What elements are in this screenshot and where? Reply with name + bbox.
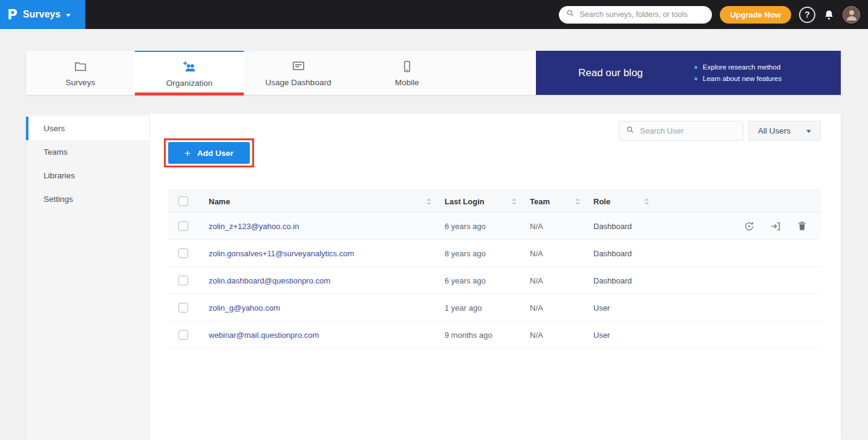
role-cell: User [593, 303, 662, 312]
organization-panel: Users Teams Libraries Settings All Users… [26, 114, 841, 440]
tab-mobile[interactable]: Mobile [353, 51, 462, 95]
sidebar-item-libraries[interactable]: Libraries [26, 164, 149, 187]
table-row: webinar@mail.questionpro.com 9 months ag… [168, 322, 821, 349]
users-table-body: zolin_z+123@yahoo.co.in 6 years ago N/A … [168, 213, 821, 349]
column-label: Team [530, 197, 550, 206]
global-search-input[interactable] [579, 10, 705, 19]
upgrade-now-button[interactable]: Upgrade Now [720, 6, 791, 24]
tabs: Surveys Organization Usage Dashboard Mob… [26, 51, 536, 95]
team-cell: N/A [530, 276, 593, 285]
login-as-user-icon[interactable] [743, 221, 755, 232]
row-checkbox-cell [168, 248, 198, 258]
search-icon [566, 9, 575, 20]
user-email-link[interactable]: zolin.gonsalves+11@surveyanalytics.com [198, 249, 445, 258]
row-checkbox-cell [168, 276, 198, 285]
user-email-link[interactable]: webinar@mail.questionpro.com [198, 331, 445, 340]
bullet-dot-icon [694, 66, 697, 69]
delete-icon[interactable] [797, 221, 808, 232]
sidebar-item-teams[interactable]: Teams [26, 140, 149, 164]
user-email-link[interactable]: zolin_g@yahoo.com [198, 303, 445, 312]
sidebar-item-label: Libraries [44, 171, 75, 180]
last-login-cell: 6 years ago [445, 222, 530, 231]
blog-bullet: Learn about new features [694, 75, 782, 82]
add-user-area: + Add User [168, 142, 250, 164]
tab-label: Organization [166, 79, 213, 88]
sidebar-item-users[interactable]: Users [26, 117, 149, 140]
column-label: Last Login [445, 197, 485, 206]
users-table: Name Last Login Team Role [168, 190, 821, 349]
column-header-name: Name [198, 197, 445, 206]
sign-in-icon[interactable] [770, 221, 782, 232]
global-search[interactable] [559, 6, 712, 24]
last-login-cell: 6 years ago [445, 276, 530, 285]
user-email-link[interactable]: zolin_z+123@yahoo.co.in [198, 222, 445, 231]
team-cell: N/A [530, 303, 593, 312]
tab-surveys[interactable]: Surveys [26, 51, 135, 95]
dashboard-icon [292, 59, 305, 74]
bullet-dot-icon [694, 77, 697, 80]
plus-icon: + [184, 148, 191, 158]
users-content: All Users + Add User Name Last [150, 114, 841, 440]
column-label: Name [209, 197, 230, 206]
header-checkbox-cell [168, 196, 198, 206]
top-bar: P Surveys Upgrade Now ? [0, 0, 868, 29]
user-avatar[interactable] [843, 6, 860, 24]
user-email-link[interactable]: zolin.dashboard@questionpro.com [198, 276, 445, 285]
questionpro-logo: P [7, 8, 18, 22]
row-checkbox[interactable] [178, 303, 188, 312]
role-cell: Dashboard [593, 249, 662, 258]
search-user-box[interactable] [619, 121, 743, 141]
users-table-header: Name Last Login Team Role [168, 190, 821, 213]
row-checkbox[interactable] [178, 330, 188, 340]
select-all-checkbox[interactable] [178, 196, 188, 206]
organization-sidebar: Users Teams Libraries Settings [26, 114, 150, 440]
blog-bullet-text: Learn about new features [703, 75, 782, 82]
row-checkbox[interactable] [178, 221, 188, 231]
role-cell: Dashboard [593, 276, 662, 285]
blog-promo-panel: Read our blog Explore research method Le… [536, 51, 841, 95]
sidebar-item-label: Teams [44, 147, 68, 157]
row-checkbox[interactable] [178, 248, 188, 258]
blog-promo-title[interactable]: Read our blog [578, 67, 643, 79]
sidebar-item-settings[interactable]: Settings [26, 187, 149, 211]
team-cell: N/A [530, 222, 593, 231]
table-row: zolin_z+123@yahoo.co.in 6 years ago N/A … [168, 213, 821, 240]
row-actions [662, 221, 821, 232]
sort-icon[interactable] [575, 198, 580, 205]
mobile-icon [400, 59, 414, 74]
add-user-button[interactable]: + Add User [168, 142, 250, 164]
product-menu[interactable]: P Surveys [0, 0, 85, 29]
tab-usage-dashboard[interactable]: Usage Dashboard [244, 51, 353, 95]
blog-bullet: Explore research method [694, 63, 782, 71]
search-user-input[interactable] [640, 126, 736, 135]
row-checkbox[interactable] [178, 276, 188, 285]
help-button[interactable]: ? [799, 7, 815, 23]
section-tab-bar: Surveys Organization Usage Dashboard Mob… [26, 51, 841, 95]
add-people-icon [182, 60, 197, 74]
tab-organization[interactable]: Organization [135, 51, 244, 95]
sort-icon[interactable] [644, 198, 649, 205]
table-row: zolin.dashboard@questionpro.com 6 years … [168, 267, 821, 294]
team-cell: N/A [530, 331, 593, 340]
column-header-role: Role [593, 197, 662, 206]
chevron-down-icon [66, 14, 71, 17]
last-login-cell: 9 months ago [445, 331, 530, 340]
last-login-cell: 8 years ago [445, 249, 530, 258]
users-toolbar: All Users [168, 121, 821, 141]
user-filter-label: All Users [758, 126, 791, 135]
notifications-bell-icon[interactable] [823, 9, 835, 21]
folder-icon [74, 59, 87, 74]
sort-icon[interactable] [512, 198, 517, 205]
table-row: zolin.gonsalves+11@surveyanalytics.com 8… [168, 240, 821, 267]
top-bar-right: Upgrade Now ? [559, 6, 868, 24]
blog-bullet-text: Explore research method [703, 63, 780, 71]
role-cell: User [593, 331, 662, 340]
product-menu-label: Surveys [23, 9, 60, 20]
user-filter-dropdown[interactable]: All Users [748, 121, 821, 141]
column-header-team: Team [530, 197, 593, 206]
table-row: zolin_g@yahoo.com 1 year ago N/A User [168, 294, 821, 322]
tab-label: Surveys [66, 78, 96, 87]
row-checkbox-cell [168, 330, 198, 340]
last-login-cell: 1 year ago [445, 303, 530, 312]
sort-icon[interactable] [426, 198, 431, 205]
